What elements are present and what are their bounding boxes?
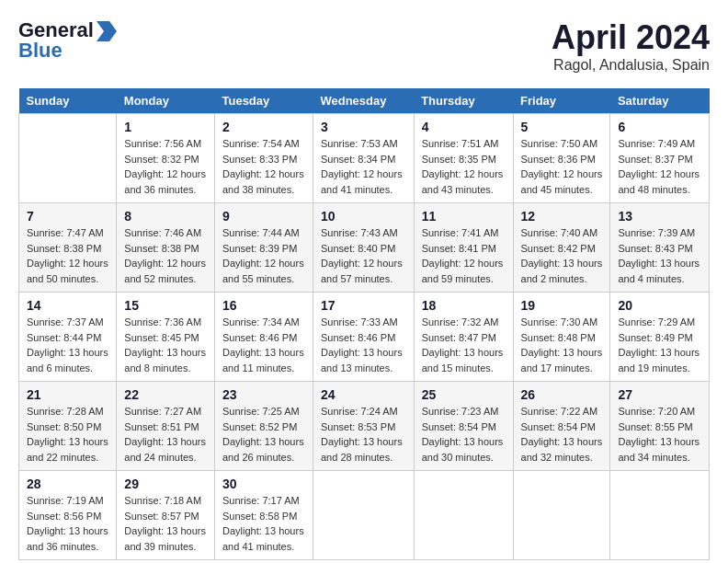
- day-number: 15: [124, 298, 207, 313]
- day-info: Sunrise: 7:41 AMSunset: 8:41 PMDaylight:…: [422, 227, 504, 284]
- day-number: 20: [618, 298, 701, 313]
- day-number: 3: [321, 120, 406, 134]
- calendar-cell: [313, 471, 414, 560]
- calendar-cell: 19 Sunrise: 7:30 AMSunset: 8:48 PMDaylig…: [513, 293, 610, 382]
- col-sunday: Sunday: [19, 88, 117, 114]
- day-number: 6: [618, 120, 701, 134]
- title-block: April 2024 Ragol, Andalusia, Spain: [552, 18, 710, 74]
- day-info: Sunrise: 7:49 AMSunset: 8:37 PMDaylight:…: [618, 138, 700, 195]
- calendar-week-row: 21 Sunrise: 7:28 AMSunset: 8:50 PMDaylig…: [19, 382, 710, 471]
- day-number: 22: [124, 387, 207, 402]
- day-info: Sunrise: 7:36 AMSunset: 8:45 PMDaylight:…: [124, 316, 206, 373]
- calendar-cell: 15 Sunrise: 7:36 AMSunset: 8:45 PMDaylig…: [117, 293, 215, 382]
- day-number: 24: [321, 387, 406, 402]
- day-info: Sunrise: 7:18 AMSunset: 8:57 PMDaylight:…: [124, 495, 206, 552]
- day-info: Sunrise: 7:53 AMSunset: 8:34 PMDaylight:…: [321, 138, 403, 195]
- page-title: April 2024: [552, 18, 710, 57]
- day-number: 29: [124, 477, 207, 491]
- day-number: 27: [618, 387, 701, 402]
- calendar-cell: 23 Sunrise: 7:25 AMSunset: 8:52 PMDaylig…: [214, 382, 313, 471]
- day-number: 1: [124, 120, 207, 134]
- calendar-cell: 22 Sunrise: 7:27 AMSunset: 8:51 PMDaylig…: [117, 382, 215, 471]
- calendar-cell: [19, 114, 117, 203]
- day-info: Sunrise: 7:20 AMSunset: 8:55 PMDaylight:…: [618, 406, 700, 463]
- logo-arrow-icon: [97, 21, 117, 41]
- day-number: 26: [521, 387, 603, 402]
- calendar-cell: 6 Sunrise: 7:49 AMSunset: 8:37 PMDayligh…: [610, 114, 710, 203]
- calendar-cell: 16 Sunrise: 7:34 AMSunset: 8:46 PMDaylig…: [214, 293, 313, 382]
- day-number: 23: [222, 387, 305, 402]
- day-info: Sunrise: 7:23 AMSunset: 8:54 PMDaylight:…: [422, 406, 504, 463]
- day-number: 30: [222, 477, 305, 491]
- calendar-cell: 5 Sunrise: 7:50 AMSunset: 8:36 PMDayligh…: [513, 114, 610, 203]
- day-info: Sunrise: 7:17 AMSunset: 8:58 PMDaylight:…: [222, 495, 304, 552]
- day-info: Sunrise: 7:19 AMSunset: 8:56 PMDaylight:…: [27, 495, 108, 552]
- calendar-cell: 1 Sunrise: 7:56 AMSunset: 8:32 PMDayligh…: [117, 114, 215, 203]
- calendar-cell: 13 Sunrise: 7:39 AMSunset: 8:43 PMDaylig…: [610, 203, 710, 293]
- calendar-cell: 20 Sunrise: 7:29 AMSunset: 8:49 PMDaylig…: [610, 293, 710, 382]
- calendar-cell: 9 Sunrise: 7:44 AMSunset: 8:39 PMDayligh…: [214, 203, 313, 293]
- calendar-cell: 7 Sunrise: 7:47 AMSunset: 8:38 PMDayligh…: [19, 203, 117, 293]
- day-number: 19: [521, 298, 603, 313]
- day-info: Sunrise: 7:46 AMSunset: 8:38 PMDaylight:…: [124, 227, 206, 284]
- calendar-cell: 25 Sunrise: 7:23 AMSunset: 8:54 PMDaylig…: [414, 382, 513, 471]
- day-info: Sunrise: 7:43 AMSunset: 8:40 PMDaylight:…: [321, 227, 403, 284]
- calendar-cell: 30 Sunrise: 7:17 AMSunset: 8:58 PMDaylig…: [214, 471, 313, 560]
- day-info: Sunrise: 7:33 AMSunset: 8:46 PMDaylight:…: [321, 316, 403, 373]
- day-info: Sunrise: 7:54 AMSunset: 8:33 PMDaylight:…: [222, 138, 304, 195]
- calendar-cell: 3 Sunrise: 7:53 AMSunset: 8:34 PMDayligh…: [313, 114, 414, 203]
- page-header: General Blue April 2024 Ragol, Andalusia…: [18, 18, 710, 74]
- day-info: Sunrise: 7:47 AMSunset: 8:38 PMDaylight:…: [27, 227, 108, 284]
- col-thursday: Thursday: [414, 88, 513, 114]
- page-subtitle: Ragol, Andalusia, Spain: [552, 57, 710, 74]
- calendar-cell: 11 Sunrise: 7:41 AMSunset: 8:41 PMDaylig…: [414, 203, 513, 293]
- col-monday: Monday: [117, 88, 215, 114]
- calendar-week-row: 14 Sunrise: 7:37 AMSunset: 8:44 PMDaylig…: [19, 293, 710, 382]
- calendar-week-row: 1 Sunrise: 7:56 AMSunset: 8:32 PMDayligh…: [19, 114, 710, 203]
- svg-marker-0: [97, 21, 117, 41]
- col-friday: Friday: [513, 88, 610, 114]
- calendar-week-row: 28 Sunrise: 7:19 AMSunset: 8:56 PMDaylig…: [19, 471, 710, 560]
- day-info: Sunrise: 7:34 AMSunset: 8:46 PMDaylight:…: [222, 316, 304, 373]
- day-info: Sunrise: 7:29 AMSunset: 8:49 PMDaylight:…: [618, 316, 700, 373]
- day-number: 5: [521, 120, 603, 134]
- day-info: Sunrise: 7:51 AMSunset: 8:35 PMDaylight:…: [422, 138, 504, 195]
- col-saturday: Saturday: [610, 88, 710, 114]
- day-info: Sunrise: 7:25 AMSunset: 8:52 PMDaylight:…: [222, 406, 304, 463]
- day-number: 9: [222, 209, 305, 224]
- calendar-header-row: Sunday Monday Tuesday Wednesday Thursday…: [19, 88, 710, 114]
- day-info: Sunrise: 7:24 AMSunset: 8:53 PMDaylight:…: [321, 406, 403, 463]
- calendar-cell: 12 Sunrise: 7:40 AMSunset: 8:42 PMDaylig…: [513, 203, 610, 293]
- day-info: Sunrise: 7:40 AMSunset: 8:42 PMDaylight:…: [521, 227, 603, 284]
- calendar-cell: 17 Sunrise: 7:33 AMSunset: 8:46 PMDaylig…: [313, 293, 414, 382]
- day-number: 2: [222, 120, 305, 134]
- day-number: 12: [521, 209, 603, 224]
- day-number: 10: [321, 209, 406, 224]
- day-number: 14: [27, 298, 108, 313]
- logo-blue-text: Blue: [18, 39, 63, 63]
- day-info: Sunrise: 7:30 AMSunset: 8:48 PMDaylight:…: [521, 316, 603, 373]
- day-info: Sunrise: 7:22 AMSunset: 8:54 PMDaylight:…: [521, 406, 603, 463]
- calendar-cell: 29 Sunrise: 7:18 AMSunset: 8:57 PMDaylig…: [117, 471, 215, 560]
- logo: General Blue: [18, 18, 117, 63]
- day-info: Sunrise: 7:27 AMSunset: 8:51 PMDaylight:…: [124, 406, 206, 463]
- calendar-cell: 10 Sunrise: 7:43 AMSunset: 8:40 PMDaylig…: [313, 203, 414, 293]
- day-number: 4: [422, 120, 506, 134]
- calendar-cell: 24 Sunrise: 7:24 AMSunset: 8:53 PMDaylig…: [313, 382, 414, 471]
- day-number: 11: [422, 209, 506, 224]
- day-info: Sunrise: 7:44 AMSunset: 8:39 PMDaylight:…: [222, 227, 304, 284]
- day-number: 28: [27, 477, 108, 491]
- calendar-week-row: 7 Sunrise: 7:47 AMSunset: 8:38 PMDayligh…: [19, 203, 710, 293]
- calendar-table: Sunday Monday Tuesday Wednesday Thursday…: [18, 88, 710, 560]
- calendar-cell: 18 Sunrise: 7:32 AMSunset: 8:47 PMDaylig…: [414, 293, 513, 382]
- day-number: 21: [27, 387, 108, 402]
- day-number: 13: [618, 209, 701, 224]
- calendar-cell: 26 Sunrise: 7:22 AMSunset: 8:54 PMDaylig…: [513, 382, 610, 471]
- day-info: Sunrise: 7:50 AMSunset: 8:36 PMDaylight:…: [521, 138, 603, 195]
- col-tuesday: Tuesday: [214, 88, 313, 114]
- calendar-cell: [513, 471, 610, 560]
- calendar-cell: 4 Sunrise: 7:51 AMSunset: 8:35 PMDayligh…: [414, 114, 513, 203]
- day-number: 7: [27, 209, 108, 224]
- calendar-cell: 28 Sunrise: 7:19 AMSunset: 8:56 PMDaylig…: [19, 471, 117, 560]
- day-number: 17: [321, 298, 406, 313]
